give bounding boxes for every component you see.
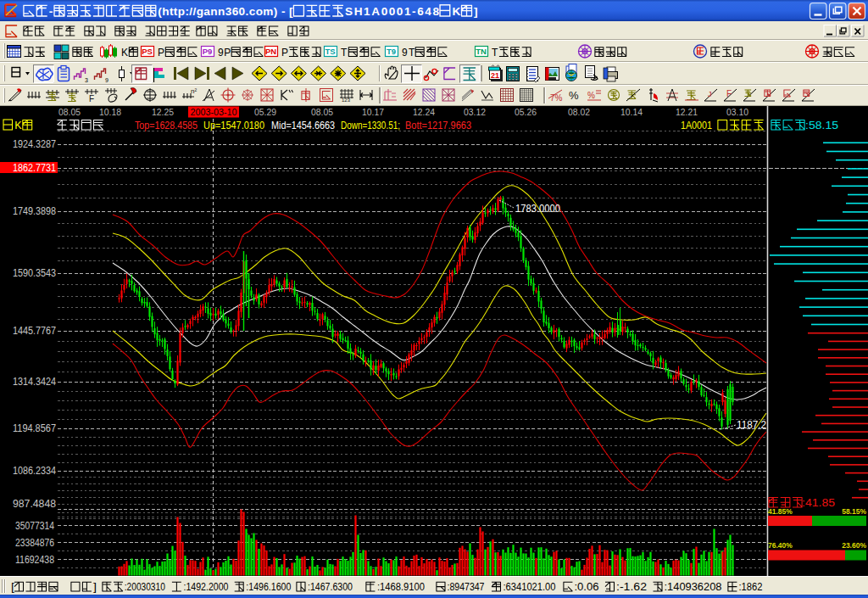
svg-text:F: F [726,89,732,98]
svg-text:1445.7767: 1445.7767 [13,325,56,337]
svg-text:9P: 9P [218,47,231,59]
svg-text:76.40%: 76.40% [768,541,793,550]
svg-text:05.29: 05.29 [254,107,276,117]
svg-text:1187.2: 1187.2 [737,419,766,431]
svg-text:10.18: 10.18 [99,107,121,117]
svg-text:T: T [341,47,348,59]
svg-text:1314.3424: 1314.3424 [13,376,56,388]
svg-text:1783.0000: 1783.0000 [515,203,560,215]
svg-text:TN: TN [476,47,487,56]
svg-text:123: 123 [342,98,351,103]
svg-text:3: 3 [85,77,88,83]
svg-text:T9: T9 [387,47,396,56]
svg-text:1086.2334: 1086.2334 [13,465,56,477]
svg-text:11692438: 11692438 [15,554,54,566]
svg-text:58.15%: 58.15% [842,507,866,516]
svg-text:SH1A0001-648: SH1A0001-648 [345,5,439,18]
svg-text:1590.3543: 1590.3543 [13,267,56,279]
svg-text:PN: PN [265,47,276,56]
svg-text::1496.1600: :1496.1600 [246,581,291,593]
svg-text:%: % [587,91,595,100]
svg-text::6341021.00: :6341021.00 [504,581,556,593]
svg-text:1A0001: 1A0001 [681,120,712,131]
svg-text:35077314: 35077314 [15,520,54,532]
svg-text::1467.6300: :1467.6300 [308,581,353,593]
svg-text:]: ] [93,581,97,593]
svg-text:Top=1628.4585: Top=1628.4585 [135,120,198,131]
svg-text:Down=1330.51;: Down=1330.51; [341,120,400,131]
svg-text::20030310: :20030310 [125,581,165,593]
svg-text:F: F [89,94,94,103]
svg-text:P9: P9 [203,47,213,56]
svg-text:n²: n² [191,87,197,95]
svg-text:P: P [158,47,164,59]
svg-text:(http://gann360.com) - [: (http://gann360.com) - [ [158,5,293,18]
svg-text:Up=1547.0180: Up=1547.0180 [203,120,264,131]
svg-text:08.05: 08.05 [311,107,333,117]
svg-text:9T: 9T [402,47,415,59]
svg-text:Mid=1454.6663: Mid=1454.6663 [271,120,335,131]
svg-text:1924.3287: 1924.3287 [13,138,56,150]
svg-text:21: 21 [491,71,499,80]
svg-text::0.06: :0.06 [575,581,599,593]
svg-text:05.26: 05.26 [515,107,537,117]
svg-text:K: K [453,5,461,18]
svg-text:08.02: 08.02 [568,107,590,117]
svg-text:]: ] [474,5,478,18]
svg-text:1194.8567: 1194.8567 [13,422,56,434]
svg-text::8947347: :8947347 [448,581,485,593]
svg-text:10.17: 10.17 [362,107,384,117]
svg-text:J: J [708,90,712,98]
svg-text::1862: :1862 [739,581,763,593]
svg-text:987.4848: 987.4848 [13,498,56,510]
svg-text:03.10: 03.10 [726,107,748,117]
svg-text:1749.3898: 1749.3898 [13,205,56,217]
svg-text:PS: PS [142,47,153,56]
svg-text:12.24: 12.24 [413,107,435,117]
svg-text:Bott=1217.9663: Bott=1217.9663 [405,120,471,131]
svg-text:2003-03-10: 2003-03-10 [191,107,237,117]
svg-text:T: T [492,47,498,59]
svg-text::1492.2000: :1492.2000 [184,581,229,593]
svg-text::-1.62: :-1.62 [616,581,647,593]
svg-text::140936208: :140936208 [665,581,722,593]
svg-text::1468.9100: :1468.9100 [377,581,425,593]
svg-text:12.21: 12.21 [676,107,698,117]
svg-text:23.60%: 23.60% [842,541,866,550]
svg-text:10.14: 10.14 [620,107,643,117]
svg-text:%: % [569,89,579,102]
svg-text:K: K [121,47,128,59]
svg-text:TS: TS [325,47,335,56]
svg-text:K: K [14,120,22,131]
svg-text::41.85: :41.85 [802,497,835,509]
svg-text::58.15: :58.15 [805,120,838,131]
svg-text:P: P [281,47,288,59]
svg-text:23384876: 23384876 [15,537,54,549]
svg-text:41.85%: 41.85% [768,507,793,516]
svg-text:03.12: 03.12 [464,107,486,117]
svg-text:12.25: 12.25 [152,107,174,117]
svg-text:1862.7731: 1862.7731 [13,162,56,174]
svg-text:7%: 7% [550,93,563,103]
svg-text:-: - [49,5,53,18]
svg-text:08.05: 08.05 [58,107,81,117]
svg-text:9: 9 [105,77,108,83]
